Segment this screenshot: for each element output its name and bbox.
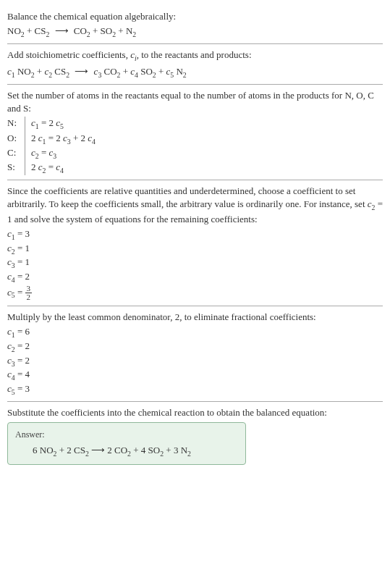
species: NO — [40, 445, 54, 455]
atom-label-s: S: — [7, 161, 25, 175]
product-2: SO — [101, 25, 113, 36]
coef-row: c1 = 3 — [7, 227, 383, 242]
plus: + — [27, 25, 35, 36]
coef-row: c3 = 2 — [7, 354, 383, 369]
coef-sub: 3 — [53, 151, 56, 159]
coef-val: = — [15, 286, 25, 297]
reactant-1: NO — [7, 25, 21, 36]
product-2-sub: 2 — [112, 30, 116, 38]
plus: + — [131, 445, 141, 455]
section-answer: Substitute the coefficients into the che… — [7, 402, 383, 469]
p1: CO — [101, 66, 116, 77]
problem-title: Balance the chemical equation algebraica… — [7, 10, 383, 23]
arrow-icon: ⟶ — [89, 445, 108, 455]
reactant-2: CS — [35, 25, 46, 36]
atom-balance-table: N: c1 = 2 c5 O: 2 c1 = 2 c3 + 2 c4 C: c2… — [7, 117, 383, 175]
coef-row: c4 = 2 — [7, 270, 383, 285]
arrow-icon: ⟶ — [52, 25, 72, 36]
r2: CS — [52, 66, 66, 77]
reactant-2-sub: 2 — [46, 30, 49, 38]
coef-val: = 2 — [15, 355, 30, 366]
atom-eq-n: c1 = 2 c5 — [25, 117, 64, 131]
species: N — [181, 445, 187, 455]
stoich-title-b: , to the reactants and products: — [137, 49, 252, 60]
atom-label-c: C: — [7, 146, 25, 161]
atom-row-o: O: 2 c1 = 2 c3 + 2 c4 — [7, 132, 383, 146]
coef-row: c5 = 32 — [7, 285, 383, 301]
plus: + — [164, 445, 174, 455]
coef-val: = 4 — [15, 369, 30, 379]
arrow-icon: ⟶ — [72, 66, 91, 77]
frac-den: 2 — [25, 293, 33, 301]
atom-row-c: C: c2 = c3 — [7, 146, 383, 161]
product-3-sub: 2 — [132, 30, 136, 38]
coef-val: = 3 — [15, 228, 30, 239]
section-multiply: Multiply by the least common denominator… — [7, 306, 383, 401]
coef-row: c1 = 6 — [7, 325, 383, 340]
multiply-title: Multiply by the least common denominator… — [7, 311, 383, 324]
atoms-title: Set the number of atoms in the reactants… — [7, 89, 383, 115]
coef-row: c4 = 4 — [7, 368, 383, 382]
atom-eq-s: 2 c2 = c4 — [25, 161, 64, 175]
coef-sub: 4 — [92, 137, 96, 145]
product-1-sub: 2 — [87, 30, 90, 38]
balanced-equation: 6 NO2 + 2 CS2 ⟶ 2 CO2 + 4 SO2 + 3 N2 — [15, 444, 238, 458]
coef-row: c3 = 1 — [7, 256, 383, 270]
plus: + 2 — [71, 133, 88, 143]
r1: NO — [15, 66, 31, 77]
coef-val: = 1 — [15, 243, 30, 253]
coef-row: c2 = 1 — [7, 242, 383, 256]
pre: 2 — [31, 161, 38, 172]
section-stoich: Add stoichiometric coefficients, ci, to … — [7, 44, 383, 83]
section-problem: Balance the chemical equation algebraica… — [7, 6, 383, 43]
coef: 6 — [33, 445, 40, 455]
answer-label: Answer: — [15, 429, 238, 441]
atom-row-n: N: c1 = 2 c5 — [7, 117, 383, 131]
r1s: 2 — [31, 70, 35, 78]
solve-text-b: and solve the system of equations for th… — [12, 214, 258, 224]
section-atoms: Set the number of atoms in the reactants… — [7, 85, 383, 180]
plus: + — [118, 25, 126, 36]
section-solve: Since the coefficients are relative quan… — [7, 180, 383, 306]
coef: 4 — [141, 445, 148, 455]
coef-list-final: c1 = 6 c2 = 2 c3 = 2 c4 = 4 c5 = 3 — [7, 325, 383, 397]
p3: N — [174, 66, 183, 77]
p2s: 2 — [153, 70, 156, 78]
coef: 2 — [67, 445, 74, 455]
coef-sub: 4 — [60, 167, 64, 175]
eq-text: = — [39, 147, 49, 158]
answer-box: Answer: 6 NO2 + 2 CS2 ⟶ 2 CO2 + 4 SO2 + … — [7, 422, 246, 465]
p2: SO — [138, 66, 153, 77]
plus: + — [56, 445, 67, 455]
coef-val: = 6 — [15, 326, 30, 337]
coef-sub: 5 — [60, 122, 64, 130]
coef-val: = 2 — [15, 271, 30, 282]
eq-text: = 2 — [46, 133, 63, 143]
eq-text: = 2 — [39, 117, 56, 128]
coef-val: = 1 — [15, 256, 30, 267]
reactant-1-sub: 2 — [21, 30, 25, 38]
plus: + — [37, 66, 45, 77]
coef: 3 — [174, 445, 181, 455]
atom-label-o: O: — [7, 132, 25, 146]
species: CO — [114, 445, 127, 455]
plus: + — [93, 25, 101, 36]
pre: 2 — [31, 133, 38, 143]
atom-eq-o: 2 c1 = 2 c3 + 2 c4 — [25, 132, 96, 146]
coef: 2 — [107, 445, 114, 455]
coef-row: c2 = 2 — [7, 340, 383, 354]
solve-text: Since the coefficients are relative quan… — [7, 185, 383, 226]
atom-label-n: N: — [7, 117, 25, 131]
coef-val: = 2 — [15, 340, 30, 351]
p3s: 2 — [183, 70, 187, 78]
eq-text: = — [46, 161, 56, 172]
coef-list-initial: c1 = 3 c2 = 1 c3 = 1 c4 = 2 c5 = 32 — [7, 227, 383, 301]
species: CS — [74, 445, 85, 455]
stoich-title-a: Add stoichiometric coefficients, — [7, 49, 130, 60]
coef-equation: c1 NO2 + c2 CS2 ⟶ c3 CO2 + c4 SO2 + c5 N… — [7, 65, 383, 80]
product-3: N — [126, 25, 132, 36]
atom-eq-c: c2 = c3 — [25, 146, 56, 161]
substitute-title: Substitute the coefficients into the che… — [7, 406, 383, 419]
r2s: 2 — [66, 70, 69, 78]
p1s: 2 — [117, 70, 121, 78]
